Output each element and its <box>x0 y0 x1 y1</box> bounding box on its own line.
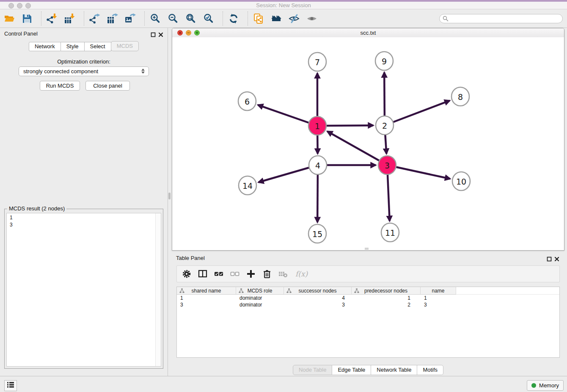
home-layout-icon[interactable] <box>271 13 282 24</box>
mcds-result-legend: MCDS result (2 nodes) <box>7 205 66 212</box>
cell-successor-nodes[interactable]: 3 <box>284 302 352 308</box>
toolbar-separator <box>248 11 248 26</box>
float-panel-icon[interactable] <box>151 31 156 39</box>
open-session-icon[interactable] <box>4 13 15 24</box>
run-mcds-button[interactable]: Run MCDS <box>40 81 80 91</box>
tree-icon <box>354 288 359 293</box>
tab-select[interactable]: Select <box>85 42 111 51</box>
refresh-view-icon[interactable] <box>228 13 239 24</box>
table-toolbar: f(x) <box>176 265 560 282</box>
column-header-label: predecessor nodes <box>364 288 407 294</box>
zoom-selected-icon[interactable] <box>203 13 214 24</box>
graph-node-label-2: 2 <box>382 121 387 130</box>
graph-node-label-15: 15 <box>312 229 322 239</box>
header-filler <box>456 287 559 295</box>
deselect-all-icon[interactable] <box>230 269 239 279</box>
column-header-predecessor-nodes[interactable]: predecessor nodes <box>352 287 421 295</box>
import-table-icon[interactable] <box>64 13 75 24</box>
show-panels-icon[interactable] <box>306 13 317 24</box>
table-panel: Table Panel <box>172 252 564 376</box>
cell-predecessor-nodes[interactable]: 2 <box>352 302 421 308</box>
cell-predecessor-nodes[interactable]: 1 <box>352 295 421 301</box>
zoom-in-icon[interactable] <box>150 13 161 24</box>
result-scrollbar[interactable] <box>155 213 161 366</box>
tab-network-table[interactable]: Network Table <box>371 365 417 375</box>
table-row-1[interactable]: 1dominator411 <box>177 295 559 301</box>
import-network-icon[interactable] <box>47 13 58 24</box>
memory-button[interactable]: Memory <box>527 380 564 391</box>
mcds-result-textarea[interactable]: 1 3 <box>6 213 161 367</box>
graph-node-label-14: 14 <box>242 181 253 190</box>
list-icon <box>6 381 15 390</box>
table-panel-title: Table Panel <box>176 255 205 261</box>
export-image-icon[interactable] <box>125 13 136 24</box>
table-row-2[interactable]: 3dominator323 <box>177 301 559 308</box>
tab-mcds[interactable]: MCDS <box>111 41 139 51</box>
control-panel-tabs: NetworkStyleSelectMCDS <box>0 41 168 51</box>
network-view-window: scc.txt 7968124314101511 <box>172 28 564 251</box>
column-header-shared-name[interactable]: shared name <box>177 287 236 295</box>
optimization-criterion-select[interactable]: strongly connected component <box>19 66 149 76</box>
column-header-successor-nodes[interactable]: successor nodes <box>284 287 352 295</box>
toolbar-separator <box>144 11 145 26</box>
column-header-name[interactable]: name <box>421 287 456 295</box>
table-header-row: shared nameMCDS rolesuccessor nodesprede… <box>177 287 559 295</box>
tree-icon <box>286 288 292 293</box>
cell-mcds-role[interactable]: dominator <box>236 302 284 308</box>
tree-icon <box>179 288 184 293</box>
close-panel-icon[interactable] <box>158 31 163 39</box>
cell-shared-name[interactable]: 1 <box>177 295 236 301</box>
hide-panels-icon[interactable] <box>289 13 300 24</box>
tab-motifs[interactable]: Motifs <box>417 365 443 375</box>
toolbar-separator <box>223 11 223 26</box>
float-table-panel-icon[interactable] <box>547 256 552 263</box>
tab-edge-table[interactable]: Edge Table <box>332 365 371 375</box>
zoom-fit-icon[interactable] <box>185 13 196 24</box>
optimization-criterion-value: strongly connected component <box>23 68 98 75</box>
graph-edge-2-8[interactable] <box>385 101 450 125</box>
tab-style[interactable]: Style <box>61 42 85 51</box>
close-panel-button[interactable]: Close panel <box>85 81 130 91</box>
tab-node-table[interactable]: Node Table <box>293 365 333 375</box>
add-column-icon[interactable] <box>246 269 256 279</box>
cell-successor-nodes[interactable]: 4 <box>284 295 352 301</box>
memory-status-icon <box>531 383 536 388</box>
table-options-icon[interactable] <box>182 269 191 279</box>
graph-edge-3-1[interactable] <box>328 131 387 165</box>
save-session-icon[interactable] <box>22 13 33 24</box>
control-panel: Control Panel NetworkStyleSelectMCDS Opt… <box>0 28 168 376</box>
cell-shared-name[interactable]: 3 <box>177 302 236 308</box>
cell-name[interactable]: 3 <box>421 302 456 308</box>
clone-network-view-icon[interactable] <box>253 13 264 24</box>
task-history-button[interactable] <box>4 380 17 391</box>
cell-name[interactable]: 1 <box>421 295 456 301</box>
application-window: Session: New Session <box>0 0 567 392</box>
canvas-resize-dot[interactable] <box>365 248 369 250</box>
graph-node-label-6: 6 <box>245 97 250 106</box>
column-header-mcds-role[interactable]: MCDS role <box>236 287 284 295</box>
close-table-panel-icon[interactable] <box>554 256 559 263</box>
delete-column-icon[interactable] <box>262 269 272 279</box>
search-input[interactable] <box>439 14 563 23</box>
titlebar-accent <box>0 0 567 2</box>
tab-network[interactable]: Network <box>29 42 61 51</box>
optimization-criterion-label: Optimization criterion: <box>0 58 168 65</box>
zoom-out-icon[interactable] <box>168 13 179 24</box>
export-network-icon[interactable] <box>89 13 100 24</box>
select-all-icon[interactable] <box>214 269 223 279</box>
export-table-icon[interactable] <box>107 13 118 24</box>
graph-node-label-11: 11 <box>385 228 395 237</box>
graph-edge-3-10[interactable] <box>387 165 450 179</box>
memory-button-label: Memory <box>539 382 559 389</box>
panel-splitter-handle[interactable] <box>168 193 171 199</box>
column-header-label: name <box>432 288 444 294</box>
network-window-titlebar[interactable]: scc.txt <box>172 28 564 38</box>
toolbar-separator <box>41 11 41 26</box>
graph-node-label-7: 7 <box>315 58 320 67</box>
function-builder-icon: f(x) <box>295 270 308 278</box>
network-canvas[interactable]: 7968124314101511 <box>172 37 564 250</box>
toolbar-separator <box>84 11 84 26</box>
cell-mcds-role[interactable]: dominator <box>236 295 284 301</box>
split-panel-icon[interactable] <box>198 269 207 279</box>
window-title: Session: New Session <box>0 2 567 8</box>
